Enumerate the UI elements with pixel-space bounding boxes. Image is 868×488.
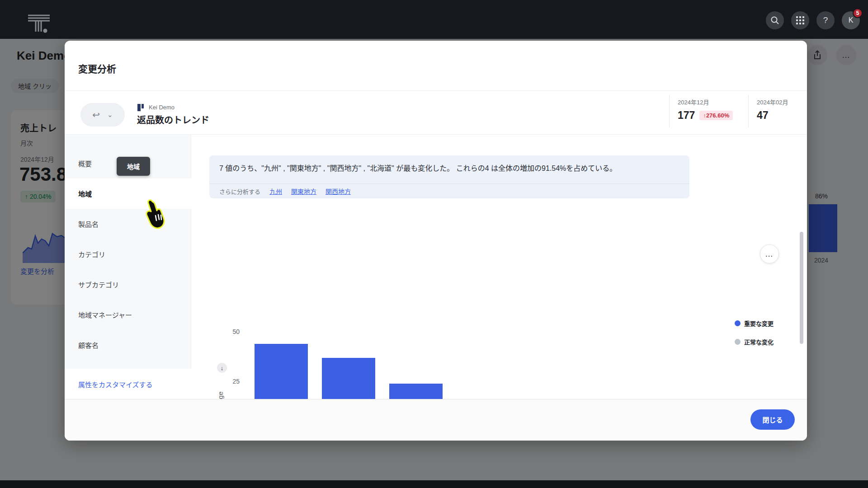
modal-scrollbar[interactable] bbox=[800, 232, 803, 344]
period-value: 47 bbox=[757, 109, 769, 122]
sidebar-item-region[interactable]: 地域 bbox=[65, 178, 192, 209]
app-topbar: ? K 5 bbox=[0, 0, 868, 39]
metric-title: 返品数のトレンド bbox=[137, 113, 209, 126]
legend-label: 正常な変化 bbox=[744, 338, 774, 346]
period-cell-current: 2024年12月 177 ↑276.60% bbox=[669, 95, 748, 127]
sort-direction-badge[interactable]: ↓ bbox=[217, 363, 227, 373]
chart-legend: 重要な変更 正常な変化 bbox=[735, 319, 774, 346]
period-label: 2024年02月 bbox=[757, 98, 807, 106]
chevron-down-icon[interactable]: ⌄ bbox=[107, 111, 113, 119]
modal-title: 変更分析 bbox=[78, 61, 116, 75]
down-arrow-icon: ↓ bbox=[221, 365, 224, 371]
change-badge: ↑276.60% bbox=[699, 111, 733, 120]
kpi-chart-icon bbox=[137, 103, 145, 112]
chart-more-options-button[interactable]: … bbox=[760, 244, 779, 263]
customize-attributes-row: 属性をカスタマイズする bbox=[65, 369, 191, 399]
app-logo-icon[interactable] bbox=[27, 14, 51, 34]
apps-grid-icon bbox=[796, 16, 804, 24]
insight-box: 7 値のうち、"九州" , "関東地方" , "関西地方" , "北海道" が最… bbox=[209, 155, 689, 198]
y-tick-50: 50 bbox=[222, 328, 240, 335]
bottom-window-edge bbox=[0, 480, 868, 488]
legend-label: 重要な変更 bbox=[744, 319, 774, 328]
user-menu[interactable]: K 5 bbox=[842, 11, 860, 29]
legend-item-important[interactable]: 重要な変更 bbox=[735, 319, 774, 328]
sidebar-item-product[interactable]: 製品名 bbox=[65, 209, 191, 239]
more-icon: … bbox=[765, 249, 774, 259]
customize-attributes-link[interactable]: 属性をカスタマイズする bbox=[78, 380, 153, 389]
search-icon bbox=[770, 16, 779, 25]
help-button[interactable]: ? bbox=[816, 11, 835, 29]
period-label: 2024年12月 bbox=[678, 98, 748, 106]
analyze-further-label: さらに分析する bbox=[219, 187, 260, 196]
sidebar-item-subcategory[interactable]: サブカテゴリ bbox=[65, 269, 191, 300]
divider bbox=[65, 90, 807, 91]
search-button[interactable] bbox=[766, 11, 784, 29]
analyze-link-kansai[interactable]: 関西地方 bbox=[326, 187, 351, 196]
legend-item-normal[interactable]: 正常な変化 bbox=[735, 338, 774, 346]
analyze-link-kanto[interactable]: 関東地方 bbox=[291, 187, 316, 196]
back-navigation-button[interactable]: ↩ ⌄ bbox=[80, 103, 125, 127]
change-analysis-modal: 変更分析 ↩ ⌄ Kei Demo 返品数のトレンド 2024年12月 177 … bbox=[65, 41, 807, 441]
sidebar-item-region-manager[interactable]: 地域マネージャー bbox=[65, 300, 191, 330]
sidebar-item-category[interactable]: カテゴリ bbox=[65, 239, 191, 269]
undo-back-icon[interactable]: ↩ bbox=[92, 109, 100, 120]
region-tooltip: 地域 bbox=[117, 157, 150, 176]
notification-badge: 5 bbox=[853, 8, 863, 18]
modal-body: 概要 地域 製品名 カテゴリ サブカテゴリ 地域マネージャー 顧客名 地域 属性… bbox=[65, 134, 807, 399]
source-label: Kei Demo bbox=[149, 104, 175, 111]
mouse-cursor-hand bbox=[144, 199, 166, 230]
period-value: 177 bbox=[678, 109, 695, 122]
close-button[interactable]: 閉じる bbox=[750, 409, 795, 430]
sidebar-item-customer[interactable]: 顧客名 bbox=[65, 330, 191, 360]
help-icon: ? bbox=[823, 15, 828, 25]
legend-dot-gray bbox=[735, 339, 741, 345]
insight-text: 7 値のうち、"九州" , "関東地方" , "関西地方" , "北海道" が最… bbox=[209, 155, 689, 183]
modal-footer: 閉じる bbox=[65, 399, 807, 441]
period-cell-previous: 2024年02月 47 bbox=[748, 95, 807, 127]
attribute-sidebar: 概要 地域 製品名 カテゴリ サブカテゴリ 地域マネージャー 顧客名 地域 bbox=[65, 135, 191, 369]
legend-dot-blue bbox=[735, 320, 741, 326]
apps-grid-button[interactable] bbox=[791, 11, 809, 29]
analyze-link-kyushu[interactable]: 九州 bbox=[269, 187, 282, 196]
